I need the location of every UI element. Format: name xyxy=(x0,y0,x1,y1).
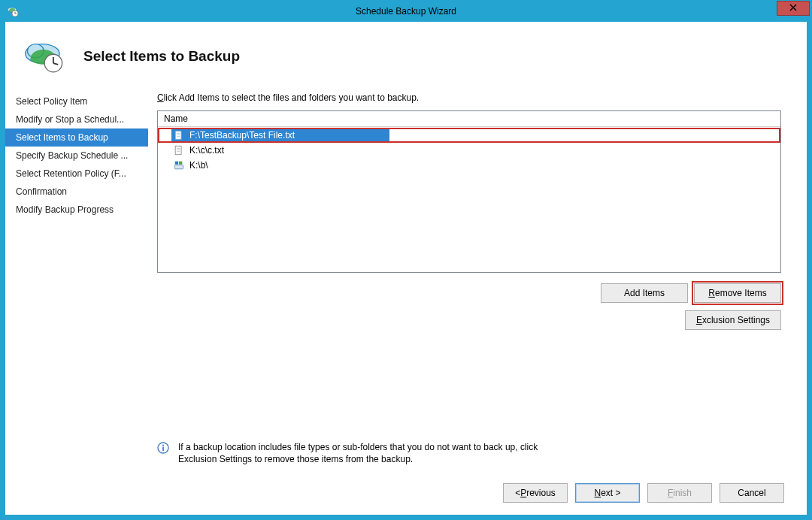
add-items-button[interactable]: Add Items xyxy=(601,283,688,303)
next-rest: ext > xyxy=(601,488,620,498)
svg-rect-20 xyxy=(175,162,178,165)
prev-rest: revious xyxy=(526,488,556,498)
info-icon xyxy=(157,442,169,454)
window-inner: Select Items to Backup Select Policy Ite… xyxy=(1,22,811,519)
sidebar-item-confirmation[interactable]: Confirmation xyxy=(5,183,148,201)
instruction-rest: lick Add Items to select the files and f… xyxy=(164,92,420,103)
item-buttons-row: Add Items Remove Items xyxy=(157,283,781,303)
sidebar-item-modify-progress[interactable]: Modify Backup Progress xyxy=(5,201,148,219)
exclusion-rest: xclusion Settings xyxy=(702,315,770,325)
prev-accel: P xyxy=(520,488,526,498)
remove-rest: emove Items xyxy=(715,288,767,298)
window-frame: Schedule Backup Wizard xyxy=(0,0,812,520)
next-accel: N xyxy=(594,488,601,498)
sidebar-item-specify-schedule[interactable]: Specify Backup Schedule ... xyxy=(5,147,148,165)
sidebar-item-select-policy[interactable]: Select Policy Item xyxy=(5,92,148,110)
page-title: Select Items to Backup xyxy=(83,48,240,65)
finish-button: Finish xyxy=(647,483,712,503)
exclusion-settings-button[interactable]: Exclusion Settings xyxy=(685,310,781,330)
wizard-header: Select Items to Backup xyxy=(5,22,807,88)
svg-rect-24 xyxy=(162,446,164,450)
sidebar-item-select-items[interactable]: Select Items to Backup xyxy=(5,128,148,147)
list-column-name[interactable]: Name xyxy=(158,111,780,127)
exclusion-accel: E xyxy=(696,315,702,325)
svg-rect-21 xyxy=(179,162,182,165)
sidebar-item-retention-policy[interactable]: Select Retention Policy (F... xyxy=(5,165,148,183)
instruction-accel: C xyxy=(157,92,164,103)
drive-icon xyxy=(173,159,185,171)
file-icon xyxy=(173,144,185,156)
list-item[interactable]: K:\c\c.txt xyxy=(158,143,780,158)
window-title: Schedule Backup Wizard xyxy=(1,6,811,17)
previous-button[interactable]: < Previous xyxy=(503,483,568,503)
app-icon xyxy=(7,5,19,17)
file-icon xyxy=(173,129,185,141)
svg-rect-19 xyxy=(174,165,183,169)
items-listview[interactable]: Name F:\TestBackup\Test File.txt xyxy=(157,110,781,273)
cancel-button[interactable]: Cancel xyxy=(720,483,784,503)
wizard-main: Click Add Items to select the files and … xyxy=(148,88,807,476)
list-body: F:\TestBackup\Test File.txt K:\c\c.txt xyxy=(158,127,780,272)
remove-accel: R xyxy=(708,288,715,298)
sidebar-item-modify-stop[interactable]: Modify or Stop a Schedul... xyxy=(5,110,148,128)
exclusion-row: Exclusion Settings xyxy=(157,310,781,330)
prev-sym: < xyxy=(515,488,520,498)
info-strip: If a backup location includes file types… xyxy=(157,432,781,476)
titlebar: Schedule Backup Wizard xyxy=(1,1,811,22)
wizard-footer: < Previous Next > Finish Cancel xyxy=(5,476,807,515)
list-item[interactable]: K:\b\ xyxy=(158,158,780,173)
next-button[interactable]: Next > xyxy=(575,483,640,503)
svg-point-23 xyxy=(162,444,164,446)
list-item-path: K:\c\c.txt xyxy=(189,145,224,156)
instruction-text: Click Add Items to select the files and … xyxy=(157,92,781,103)
finish-accel: F xyxy=(668,488,673,498)
remove-items-button[interactable]: Remove Items xyxy=(694,283,781,303)
close-button[interactable] xyxy=(777,1,810,16)
close-icon xyxy=(789,3,797,14)
finish-rest: inish xyxy=(673,488,692,498)
wizard-sidebar: Select Policy Item Modify or Stop a Sche… xyxy=(5,88,148,476)
info-text: If a backup location includes file types… xyxy=(178,441,569,465)
cloud-backup-icon xyxy=(23,38,67,74)
list-item[interactable]: F:\TestBackup\Test File.txt xyxy=(158,128,780,143)
list-item-path: K:\b\ xyxy=(189,160,208,171)
list-item-path: F:\TestBackup\Test File.txt xyxy=(189,130,295,141)
wizard-body: Select Policy Item Modify or Stop a Sche… xyxy=(5,88,807,476)
